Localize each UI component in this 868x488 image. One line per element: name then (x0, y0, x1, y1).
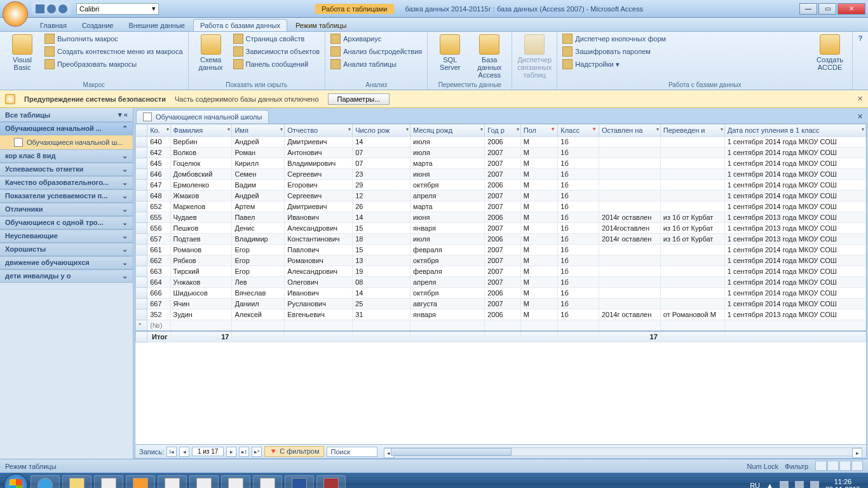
ribbon-tab[interactable]: Создание (75, 19, 121, 31)
document-close-button[interactable]: ✕ (852, 110, 868, 123)
ribbon-command[interactable]: Анализ таблицы (329, 58, 423, 70)
help-icon[interactable]: ? (858, 34, 863, 42)
ribbon-tab[interactable]: Режим таблицы (288, 19, 354, 31)
tray-clock[interactable]: 11:2629.11.2015 (825, 478, 860, 488)
next-record-button[interactable]: ▸ (226, 447, 236, 457)
ribbon-command[interactable]: Архивариус (329, 33, 423, 44)
taskbar-explorer[interactable] (62, 475, 92, 488)
office-button[interactable] (3, 1, 28, 27)
redo-icon[interactable] (58, 4, 67, 13)
table-row[interactable]: 661РомановЕгорПавлович15февраля2007М1б1 … (136, 245, 866, 255)
nav-group-header[interactable]: движение обучающихся⌄ (0, 256, 133, 269)
table-row[interactable]: 655ЧудаевПавелИванович14июня2006М1б2014г… (136, 212, 866, 223)
document-tab[interactable]: Обучающиеся начальной школы (136, 110, 269, 123)
table-row[interactable]: 642ВолковРоманАнтонович07июля2007М1б1 се… (136, 147, 866, 158)
nav-header[interactable]: Все таблицы ▾ « (0, 108, 133, 122)
filter-indicator[interactable]: 🔻 С фильтром (264, 446, 323, 457)
column-header[interactable]: Фамилия▾ (170, 125, 232, 137)
minimize-button[interactable]: — (799, 3, 817, 15)
close-button[interactable]: ✕ (837, 3, 865, 15)
search-box[interactable]: Поиск (327, 447, 377, 457)
column-header[interactable] (136, 125, 147, 137)
ribbon-command[interactable]: Страница свойств (232, 33, 322, 44)
record-position-input[interactable] (192, 447, 224, 456)
sql-server-button[interactable]: SQL Server (431, 33, 468, 72)
visual-basic-button[interactable]: Visual Basic (4, 33, 41, 72)
table-row[interactable]: 652МаркеловАртемДмитриевич26марта2007М1б… (136, 201, 866, 212)
ribbon-tab[interactable]: Работа с базами данных (193, 19, 287, 31)
ribbon-command[interactable]: Выполнить макрос (43, 33, 184, 44)
nav-group-header[interactable]: Обучающиеся с одной тро...⌄ (0, 216, 133, 229)
nav-group-header[interactable]: Отличники⌄ (0, 203, 133, 216)
table-row[interactable]: 663ТирскийЕгорАлександрович19февраля2007… (136, 266, 866, 277)
nav-group-header[interactable]: Качество образовательного...⌄ (0, 176, 133, 189)
tray-flag-icon[interactable]: ▲ (766, 482, 773, 488)
datasheet[interactable]: Ко.▾Фамилия▾Имя▾Отчество▾Число рож▾Месяц… (135, 123, 867, 459)
table-row[interactable]: 640ВербинАндрейДмитриевич14июля2006М1б1 … (136, 137, 866, 147)
tray-volume-icon[interactable] (810, 481, 819, 488)
new-row[interactable]: *(№) (136, 320, 866, 332)
column-header[interactable]: Отчество▾ (285, 125, 353, 137)
relationships-button[interactable]: Схема данных (193, 33, 229, 72)
last-record-button[interactable]: ▸I (239, 447, 249, 457)
column-header[interactable]: Оставлен на▾ (599, 125, 660, 137)
taskbar-word[interactable] (285, 475, 314, 488)
taskbar-app2[interactable] (126, 475, 155, 488)
ribbon-command[interactable]: Надстройки ▾ (561, 58, 667, 70)
table-row[interactable]: 662РябковЕгорРоманович13октября2007М1б1 … (136, 255, 866, 266)
ribbon-command[interactable]: Анализ быстродействия (329, 46, 423, 57)
column-header[interactable]: Имя▾ (232, 125, 285, 137)
nav-group-header[interactable]: дети инвалиды у о⌄ (0, 269, 133, 283)
table-row[interactable]: 656ПешковДенисАлександрович15января2007М… (136, 223, 866, 234)
nav-group-header[interactable]: кор клас 8 вид⌄ (0, 149, 133, 163)
ribbon-command[interactable]: Панель сообщений (232, 58, 322, 70)
nav-group-header[interactable]: Неуспевающие⌄ (0, 229, 133, 243)
table-row[interactable]: 645ГоцелюкКириллВладимирович07марта2007М… (136, 158, 866, 169)
ribbon-tab[interactable]: Внешние данные (122, 19, 192, 31)
table-row[interactable]: 646ДомбовскийСеменСергеевич23июня2007М1б… (136, 169, 866, 180)
table-row[interactable]: 648ЖмаковАндрейСергеевич12апреля2007М1б1… (136, 191, 866, 201)
table-row[interactable]: 647ЕрмоленкоВадимЕгорович29октября2006М1… (136, 180, 866, 191)
column-header[interactable]: Класс🔻 (558, 125, 599, 137)
nav-group-header[interactable]: Обучающиеся начальной ...⌃ (0, 122, 133, 135)
taskbar-app6[interactable] (253, 475, 282, 488)
column-header[interactable]: Пол🔻 (520, 125, 558, 137)
table-row[interactable]: 664УнжаковЛевОлегович08апреля2007М1б1 се… (136, 277, 866, 288)
view-switcher[interactable] (815, 461, 863, 472)
taskbar-access[interactable] (316, 475, 346, 488)
ribbon-command[interactable]: Зашифровать паролем (561, 46, 667, 57)
taskbar-ie[interactable] (31, 475, 60, 488)
undo-icon[interactable] (47, 4, 56, 13)
maximize-button[interactable]: ▭ (818, 3, 836, 15)
nav-item[interactable]: Обучающиеся начальной ш... (0, 135, 133, 149)
ribbon-command[interactable]: Диспетчер кнопочных форм (561, 33, 667, 44)
security-close-button[interactable]: ✕ (857, 95, 863, 103)
tray-icon[interactable] (780, 481, 789, 488)
column-header[interactable]: Число рож▾ (353, 125, 410, 137)
save-icon[interactable] (36, 4, 44, 13)
horizontal-scrollbar[interactable]: ◂▸ (384, 447, 862, 456)
table-row[interactable]: 667ЯчинДаниилРусланович25августа2007М1б1… (136, 299, 866, 309)
column-header[interactable]: Ко.▾ (147, 125, 170, 137)
column-header[interactable]: Дата пост упления в 1 класс▾ (724, 125, 865, 137)
nav-group-header[interactable]: Хорошисты⌄ (0, 243, 133, 256)
first-record-button[interactable]: I◂ (166, 447, 177, 457)
column-header[interactable]: Месяц рожд▾ (410, 125, 485, 137)
taskbar-app4[interactable] (189, 475, 219, 488)
security-options-button[interactable]: Параметры... (328, 93, 390, 105)
taskbar-app3[interactable] (158, 475, 187, 488)
ribbon-command[interactable]: Преобразовать макросы (43, 58, 184, 70)
column-header[interactable]: Год р▾ (485, 125, 521, 137)
taskbar-app5[interactable] (221, 475, 250, 488)
chevron-left-icon[interactable]: ▾ « (118, 111, 128, 119)
access-db-button[interactable]: База данных Access (471, 33, 508, 80)
ribbon-tab[interactable]: Главная (33, 19, 74, 31)
ribbon-command[interactable]: Создать контекстное меню из макроса (43, 46, 184, 57)
ribbon-command[interactable]: Зависимости объектов (232, 46, 322, 57)
prev-record-button[interactable]: ◂ (179, 447, 189, 457)
tray-icon[interactable] (795, 481, 804, 488)
table-row[interactable]: 666ШидьюсовВячеславИванович14октября2006… (136, 288, 866, 299)
start-button[interactable] (4, 473, 28, 488)
font-selector[interactable]: Calibri ▾ (76, 3, 159, 15)
table-row[interactable]: 352ЗудинАлексейЕвгеньевич31января2006М1б… (136, 309, 866, 320)
